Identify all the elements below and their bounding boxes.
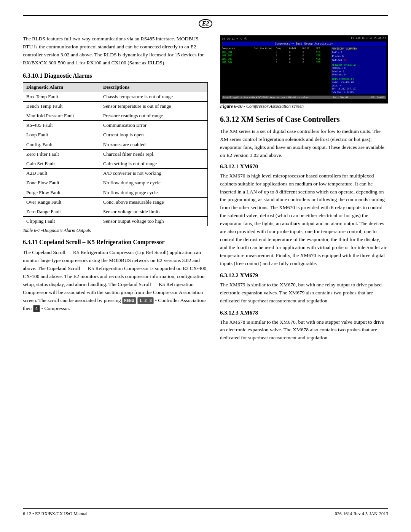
advisory-row: Fails 0 (332, 51, 386, 55)
controller-info-row: Model: CX-400 #8 (332, 81, 386, 84)
advisory-row: Notices 25 (332, 59, 386, 62)
compressor-screen: 09-26-11 ♦ // ⓔ EX-400 Unit 4 15:48:25 C… (220, 35, 388, 104)
alarm-description: No zones are enabled (100, 140, 207, 149)
section-6-3-12-1: 6.3.12.1 XM670 The XM670 is high level m… (220, 163, 388, 268)
footer-right: 026-1614 Rev 4 5-JAN-2013 (335, 511, 388, 517)
alarm-name: Config. Fault (23, 140, 100, 149)
network-row: Echelon 0 (332, 70, 386, 73)
section-6-3-12-1-text: The XM670 is high level microprocessor b… (220, 172, 388, 268)
table-row: Purge Flow FaultNo flow during purge cyc… (23, 188, 208, 197)
table-row: Box Temp FaultChassis temperature is out… (23, 92, 208, 101)
section-6-3-12-text: The XM series is a set of digital case c… (220, 128, 388, 160)
screen-data-row: LRS_004000YES (222, 61, 330, 64)
text3: - Compressor. (41, 305, 70, 311)
screen-right-panel: ADVISORY SUMMARY Fails 0Alarms 0Notices … (331, 46, 386, 94)
screen-f5: F5: CANCEL (371, 96, 385, 99)
table-caption: Table 6-7 -Diagnostic Alarm Outputs (23, 228, 208, 233)
screen-top-bar: 09-26-11 ♦ // ⓔ EX-400 Unit 4 15:48:25 (222, 37, 386, 41)
table-row: RS-485 FaultCommunication Error (23, 121, 208, 130)
figure-caption-text: - Compressor Association screen (244, 104, 304, 109)
screen-bottom-text: Scroll application with NEXT/PREV keys o… (223, 96, 310, 99)
alarm-description: A/D converter is not working (100, 169, 207, 178)
section-6-3-11-text: The Copeland Scroll — K5 Refrigeration C… (23, 249, 208, 312)
table-row: Loop FaultCurrent loop is open (23, 130, 208, 140)
alarm-description: Sensor temperature is out of range (100, 101, 207, 111)
logo-bar: E2 (23, 19, 388, 28)
intro-paragraph: The RLDS features full two-way communica… (23, 35, 208, 67)
table-row: Zero Filter FaultCharcoal filter needs r… (23, 149, 208, 159)
section-6-3-12-1-heading: 6.3.12.1 XM670 (220, 163, 388, 170)
screen-data-rows: LRS_001000YESLRS_002000YESLRS_003000YESL… (222, 51, 330, 64)
alarm-name: Purge Flow Fault (23, 188, 100, 197)
alarm-name: Manifold Pressure Fault (23, 111, 100, 121)
alarm-name: Box Temp Fault (23, 92, 100, 101)
alarm-name: Clipping Fault (23, 217, 100, 226)
alarm-description: Communication Error (100, 121, 207, 130)
alarm-name: Over Range Fault (23, 197, 100, 207)
controller-title: THIS CONTROLLER (332, 78, 386, 81)
screen-top-left: 09-26-11 ♦ // ⓔ (222, 37, 247, 41)
diagnostic-alarms-table-container: Diagnostic Alarm Descriptions Box Temp F… (23, 82, 208, 234)
page-footer: 6-12 • E2 RX/BX/CX I&O Manual 026-1614 R… (23, 508, 388, 517)
section-6-3-12-3-heading: 6.3.12.3 XM678 (220, 310, 388, 316)
screen-main: Compressor Suction Group Comp Unld1 Unld… (222, 46, 386, 94)
table-row: Zone Flow FaultNo flow during sample cyc… (23, 178, 208, 188)
section-6-3-11-text1: The Copeland Scroll — K5 Refrigeration C… (23, 249, 208, 303)
figure-number: Figure 6-10 (220, 104, 242, 109)
table-col2-header: Descriptions (100, 82, 207, 92)
advisory-title: ADVISORY SUMMARY (332, 47, 386, 50)
section-6-3-11-heading: 6.3.11 Copeland Scroll – K5 Refrigeratio… (23, 239, 208, 246)
alarm-name: Loop Fault (23, 130, 100, 140)
figure-caption: Figure 6-10 - Compressor Association scr… (220, 104, 388, 109)
network-row: MODBUS-1 0 (332, 67, 386, 70)
alarm-description: Chassis temperature is out of range (100, 92, 207, 101)
alarm-name: Zero Filter Fault (23, 149, 100, 159)
screen-title-bar: Compressor→ Suct Group Association (222, 42, 386, 46)
left-column: The RLDS features full two-way communica… (23, 35, 208, 347)
table-row: Manifold Pressure FaultPressure readings… (23, 111, 208, 121)
alarm-name: RS-485 Fault (23, 121, 100, 130)
diagnostic-alarms-table: Diagnostic Alarm Descriptions Box Temp F… (23, 82, 208, 227)
screen-col-headers: Compressor Suction Group Comp Unld1 Unld… (222, 46, 330, 50)
alarm-description: Conc. above measurable range (100, 197, 207, 207)
right-column: 09-26-11 ♦ // ⓔ EX-400 Unit 4 15:48:25 C… (220, 35, 388, 347)
controller-info-row: Unit: 4 (332, 84, 386, 87)
screen-data-row: LRS_001000YES (222, 51, 330, 54)
alarm-description: No flow during sample cycle (100, 178, 207, 188)
table-row: Config. FaultNo zones are enabled (23, 140, 208, 149)
table-row: Zero Range FaultSensor voltage outside l… (23, 207, 208, 216)
table-row: Over Range FaultConc. above measurable r… (23, 197, 208, 207)
network-rows: MODBUS-1 0Echelon 0Ethernet 0 (332, 67, 386, 76)
alarm-description: Charcoal filter needs repl. (100, 149, 207, 159)
alarm-description: Current loop is open (100, 130, 207, 140)
alarm-name: Zero Range Fault (23, 207, 100, 216)
network-title: NETWORK OVERVIEW (332, 64, 386, 67)
controller-info-row: IP: 10.212.257.197 (332, 87, 386, 90)
alarm-description: Gain setting is out of range (100, 159, 207, 169)
advisory-row: Alarms 0 (332, 55, 386, 59)
section-6-3-10-1-heading: 6.3.10.1 Diagnostic Alarms (23, 72, 208, 79)
table-col1-header: Diagnostic Alarm (23, 82, 100, 92)
screen-data-row: LRS_002000YES (222, 54, 330, 58)
network-section: NETWORK OVERVIEW MODBUS-1 0Echelon 0Ethe… (332, 64, 386, 76)
screen-f4: F4: LOOK UP (333, 96, 348, 99)
section-6-3-12-heading: 6.3.12 XM Series of Case Controllers (220, 115, 388, 124)
network-row: Ethernet 0 (332, 73, 386, 76)
alarm-name: Zone Flow Fault (23, 178, 100, 188)
alarm-description: Pressure readings out of range (100, 111, 207, 121)
screen-left-panel: Compressor Suction Group Comp Unld1 Unld… (222, 46, 330, 94)
seq-button[interactable]: 1 2 3 (137, 297, 154, 304)
menu-button[interactable]: MENU (122, 297, 136, 304)
alarm-description: Sensor voltage outside limits (100, 207, 207, 216)
screen-data-row: LRS_003000YES (222, 58, 330, 61)
alarm-name: A2D Fault (23, 169, 100, 178)
key-4[interactable]: 4 (33, 305, 40, 312)
alarm-description: No flow during purge cycle (100, 188, 207, 197)
top-rule (23, 15, 388, 16)
table-row: Clipping FaultSensor output voltage too … (23, 217, 208, 226)
section-6-3-12-2-text: The XM679 is similar to the XM670, but w… (220, 281, 388, 305)
table-row: Gain Set FaultGain setting is out of ran… (23, 159, 208, 169)
alarm-description: Sensor output voltage too high (100, 217, 207, 226)
alarm-name: Gain Set Fault (23, 159, 100, 169)
table-row: Bench Temp FaultSensor temperature is ou… (23, 101, 208, 111)
